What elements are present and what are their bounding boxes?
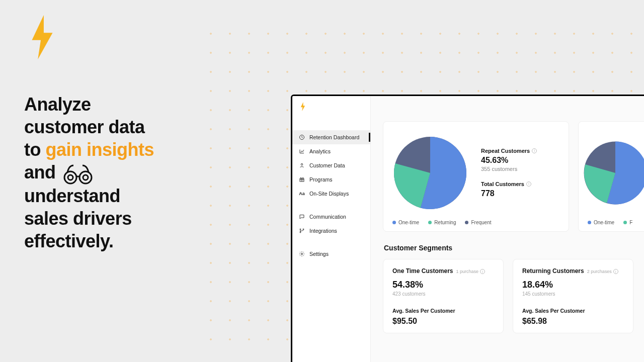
pie-legend-secondary: One-time F — [588, 220, 644, 225]
headline-line: to — [24, 139, 45, 160]
headline-line: Analyze — [24, 94, 91, 115]
pie-legend: One-time Returning Frequent — [392, 220, 559, 225]
repeat-customers-pie-chart — [392, 135, 468, 211]
headline-highlight: gain insights — [45, 139, 154, 160]
chart-icon — [298, 148, 305, 155]
svg-marker-6 — [301, 102, 305, 111]
legend-item-returning: Returning — [428, 220, 456, 225]
segment-card-onetime: One Time Customers 1 purchase i 54.38% 4… — [383, 259, 504, 333]
headline-line: customer data — [24, 117, 145, 137]
svg-marker-0 — [32, 15, 52, 59]
svg-point-10 — [300, 229, 301, 230]
svg-point-13 — [301, 253, 303, 255]
info-icon[interactable]: i — [480, 269, 485, 274]
gift-icon — [298, 176, 305, 183]
headline-line: effectively. — [24, 231, 113, 251]
sidebar-item-label: Customer Data — [309, 162, 345, 168]
info-icon[interactable]: i — [532, 148, 537, 153]
sidebar-item-retention-dashboard[interactable]: Retention Dashboard — [292, 130, 370, 144]
chat-icon — [298, 213, 305, 220]
segment-count: 145 customers — [522, 291, 624, 297]
svg-point-4 — [83, 175, 88, 180]
legend-item-onetime: One-time — [392, 220, 419, 225]
customer-segments-heading: Customer Segments — [384, 244, 644, 252]
legend-item-frequent: Frequent — [465, 220, 491, 225]
secondary-pie-card: One-time F — [578, 121, 644, 232]
segment-name: One Time Customers — [392, 267, 453, 275]
sidebar-item-label: Programs — [309, 176, 333, 183]
info-icon[interactable]: i — [526, 182, 531, 187]
branch-icon — [298, 227, 305, 234]
sidebar-item-label: Settings — [309, 251, 329, 257]
svg-point-11 — [300, 232, 301, 233]
svg-point-2 — [79, 171, 92, 184]
segment-hint: 2 purchases i — [587, 269, 618, 274]
person-icon — [298, 162, 305, 169]
segment-count: 423 customers — [392, 291, 494, 297]
sidebar-item-communication[interactable]: Communication — [292, 210, 370, 224]
segment-pct: 18.64% — [522, 280, 624, 290]
sidebar-item-customer-data[interactable]: Customer Data — [292, 158, 370, 172]
sidebar-item-label: Integrations — [309, 228, 337, 234]
svg-point-3 — [68, 175, 73, 180]
binoculars-icon — [61, 162, 95, 185]
segment-metric-label: Avg. Sales Per Customer — [522, 308, 624, 314]
segment-metric-value: $95.50 — [392, 317, 494, 326]
segment-card-returning: Returning Customers 2 purchases i 18.64%… — [513, 259, 633, 333]
sidebar-item-integrations[interactable]: Integrations — [292, 224, 370, 238]
sidebar-item-label: Analytics — [309, 148, 331, 154]
gear-icon — [298, 250, 305, 257]
legend-item-onetime: One-time — [588, 220, 614, 225]
marketing-headline: Analyze customer data to gain insights a… — [24, 93, 215, 252]
repeat-customers-card: Repeat Customers i 45.63% 355 customers … — [383, 121, 569, 232]
info-icon[interactable]: i — [613, 269, 618, 274]
svg-point-8 — [301, 163, 303, 165]
app-window: Retention Dashboard Analytics Customer D… — [291, 95, 644, 362]
clock-icon — [298, 134, 305, 141]
segment-metric-label: Avg. Sales Per Customer — [392, 308, 494, 314]
repeat-customers-count: 355 customers — [481, 166, 537, 172]
headline-line: and — [24, 162, 60, 183]
segment-metric-value: $65.98 — [522, 317, 624, 326]
segment-hint: 1 purchase i — [456, 269, 485, 274]
sidebar-item-label: Retention Dashboard — [309, 134, 359, 140]
repeat-customers-pct: 45.63% — [481, 156, 537, 165]
segment-name: Returning Customers — [522, 267, 584, 275]
bolt-logo — [27, 15, 57, 59]
sidebar: Retention Dashboard Analytics Customer D… — [292, 96, 371, 362]
segment-pct: 54.38% — [392, 280, 494, 290]
sidebar-item-onsite-displays[interactable]: Aa On-Site Displays — [292, 187, 370, 201]
sidebar-item-settings[interactable]: Settings — [292, 247, 370, 261]
pie-stats: Repeat Customers i 45.63% 355 customers … — [481, 148, 537, 198]
bolt-logo-small — [299, 102, 306, 111]
sidebar-item-label: Communication — [309, 214, 346, 220]
sidebar-item-analytics[interactable]: Analytics — [292, 144, 370, 158]
secondary-pie-chart — [583, 140, 644, 206]
sidebar-item-label: On-Site Displays — [309, 191, 349, 197]
total-customers-value: 778 — [481, 189, 537, 198]
svg-point-1 — [64, 171, 76, 184]
svg-point-12 — [303, 229, 304, 230]
sidebar-item-programs[interactable]: Programs — [292, 172, 370, 187]
headline-line: understand — [24, 186, 120, 206]
total-customers-title: Total Customers — [481, 181, 524, 187]
headline-line: sales drivers — [24, 208, 132, 229]
legend-item-partial: F — [623, 220, 632, 225]
aa-icon: Aa — [298, 190, 305, 197]
repeat-customers-title: Repeat Customers — [481, 148, 530, 154]
main-content: Repeat Customers i 45.63% 355 customers … — [371, 96, 644, 362]
